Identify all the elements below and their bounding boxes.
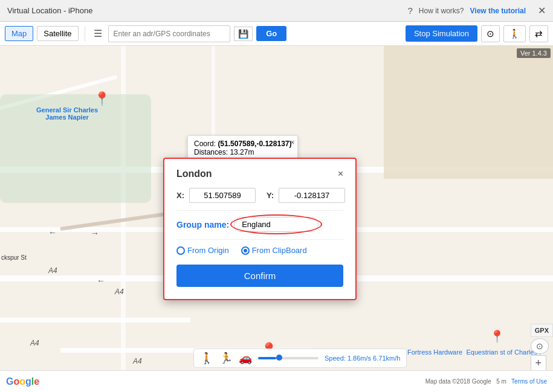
fortress-text: Fortress Hardware bbox=[407, 349, 462, 356]
list-icon[interactable]: ☰ bbox=[91, 25, 105, 42]
app-title: Virtual Location - iPhone bbox=[7, 6, 92, 15]
location-dialog: London × X: Y: Group name: From Origin bbox=[163, 158, 357, 300]
from-origin-label: From Origin bbox=[187, 246, 229, 255]
dialog-title-row: London × bbox=[176, 169, 343, 179]
radio-row: From Origin From ClipBoard bbox=[176, 239, 343, 255]
group-name-row: Group name: bbox=[176, 210, 343, 232]
help-text: How it works? bbox=[419, 7, 464, 15]
dialog-close-button[interactable]: × bbox=[338, 169, 343, 179]
speed-slider-dot[interactable] bbox=[276, 355, 282, 361]
titlebar-right: ? How it works? View the tutorial ✕ bbox=[408, 5, 546, 16]
map-area[interactable]: → → → General Sir Charles James Napier 📍… bbox=[0, 46, 553, 392]
satellite-tab[interactable]: Satellite bbox=[37, 26, 78, 41]
map-data-text: Map data ©2018 Google bbox=[425, 378, 491, 385]
confirm-button[interactable]: Confirm bbox=[176, 265, 343, 287]
coord-label: Coord: bbox=[194, 140, 216, 148]
from-clipboard-label: From ClipBoard bbox=[252, 246, 307, 255]
road-label-a4-3: A4 bbox=[30, 339, 39, 347]
coord-value: (51.507589,-0.128137) bbox=[218, 140, 291, 148]
from-origin-option[interactable]: From Origin bbox=[176, 246, 229, 255]
road-label-ckspur: ckspur St bbox=[1, 254, 27, 261]
dialog-title: London bbox=[176, 169, 212, 179]
arrow-right1: → bbox=[91, 228, 99, 238]
distance-line: Distances: 13.27m bbox=[194, 148, 291, 156]
road-label-a4-4: A4 bbox=[133, 357, 142, 365]
from-clipboard-radio[interactable] bbox=[241, 246, 250, 255]
tutorial-link[interactable]: View the tutorial bbox=[470, 7, 526, 15]
toolbar: Map Satellite ☰ 💾 Go Stop Simulation ⊙ 🚶… bbox=[0, 22, 553, 46]
coordinates-row: X: Y: bbox=[176, 188, 343, 203]
speed-slider[interactable] bbox=[258, 357, 319, 359]
group-name-input[interactable] bbox=[234, 217, 319, 232]
toolbar-divider bbox=[85, 27, 85, 41]
crosshair-button[interactable]: ⊙ bbox=[481, 25, 500, 42]
go-button[interactable]: Go bbox=[256, 26, 286, 41]
general-label-line1: General Sir Charles bbox=[36, 106, 98, 114]
x-label: X: bbox=[176, 191, 184, 200]
map-tab[interactable]: Map bbox=[5, 26, 33, 41]
road-label-a4-1: A4 bbox=[48, 266, 57, 275]
target-button[interactable]: ⊙ bbox=[531, 338, 549, 354]
road-h4 bbox=[0, 318, 190, 323]
fortress-label: Fortress Hardware bbox=[407, 349, 462, 356]
stop-simulation-button[interactable]: Stop Simulation bbox=[406, 25, 477, 42]
google-logo: Google bbox=[6, 376, 39, 387]
general-label: General Sir Charles James Napier bbox=[36, 106, 98, 121]
speed-slider-fill bbox=[258, 357, 276, 359]
walk-button[interactable]: 🚶 bbox=[503, 25, 526, 42]
save-button[interactable]: 💾 bbox=[234, 27, 253, 41]
equestrian-text: Equestrian st of Charles I bbox=[466, 349, 541, 356]
speed-text: Speed: 1.86m/s 6.71km/h bbox=[325, 355, 400, 362]
close-btn[interactable]: ✕ bbox=[538, 5, 546, 16]
route-button[interactable]: ⇄ bbox=[529, 25, 548, 42]
car-speed-icon: 🚗 bbox=[239, 352, 252, 365]
terms-link[interactable]: Terms of Use bbox=[511, 378, 547, 385]
road-label-a4-2: A4 bbox=[115, 288, 124, 296]
map-credit: Map data ©2018 Google 5 m Terms of Use bbox=[425, 378, 547, 385]
close-coord[interactable]: × bbox=[290, 138, 295, 147]
run-speed-icon: 🏃 bbox=[219, 352, 233, 365]
building-area bbox=[384, 46, 553, 179]
scale-text: 5 m bbox=[496, 378, 506, 385]
from-origin-radio[interactable] bbox=[176, 246, 185, 255]
x-input[interactable] bbox=[189, 188, 256, 203]
coord-tooltip: × Coord: (51.507589,-0.128137) Distances… bbox=[187, 135, 298, 161]
help-icon: ? bbox=[408, 5, 413, 16]
zoom-in-button[interactable]: + bbox=[531, 355, 546, 371]
y-input[interactable] bbox=[279, 188, 345, 203]
location-pin-1: 📍 bbox=[94, 91, 110, 107]
equestrian-label: Equestrian st of Charles I bbox=[466, 349, 541, 356]
version-badge: Ver 1.4.3 bbox=[517, 48, 551, 58]
person-pin: 📍 bbox=[490, 329, 505, 344]
gpx-button[interactable]: GPX bbox=[531, 324, 553, 337]
group-input-wrapper bbox=[234, 217, 319, 232]
speed-bar: 🚶 🏃 🚗 Speed: 1.86m/s 6.71km/h bbox=[193, 349, 407, 368]
walk-speed-icon: 🚶 bbox=[200, 352, 213, 365]
distance-value: 13.27m bbox=[230, 148, 254, 156]
arrow-left1: → bbox=[48, 228, 57, 238]
address-input[interactable] bbox=[108, 25, 231, 42]
distance-label: Distances: bbox=[194, 148, 228, 156]
arrow-left2: → bbox=[97, 277, 105, 286]
bottom-bar: Google Map data ©2018 Google 5 m Terms o… bbox=[0, 370, 553, 392]
general-label-line2: James Napier bbox=[36, 114, 98, 121]
titlebar: Virtual Location - iPhone ? How it works… bbox=[0, 0, 553, 22]
coord-line: Coord: (51.507589,-0.128137) bbox=[194, 140, 291, 148]
from-clipboard-option[interactable]: From ClipBoard bbox=[241, 246, 307, 255]
group-name-label: Group name: bbox=[176, 220, 229, 230]
y-label: Y: bbox=[260, 191, 274, 200]
